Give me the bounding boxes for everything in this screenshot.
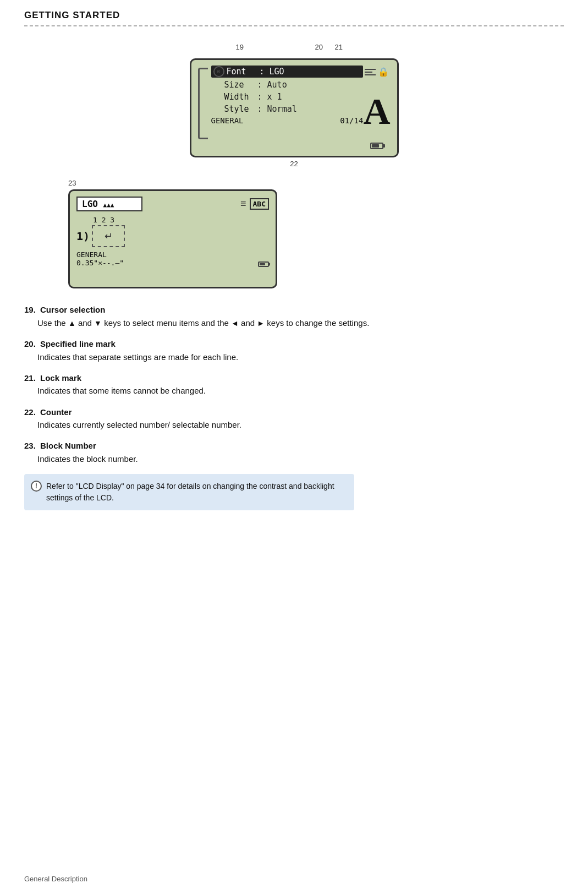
lcd-screen-2: LGO ▲▲▲ ≡ ABC 1 2 3 1) [68,189,277,288]
page-header: GETTING STARTED [0,0,588,26]
list-item-23: 23. Block Number Indicates the block num… [24,440,564,465]
note-text: Refer to "LCD Display" on page 34 for de… [46,482,334,502]
lcd2-abc-box: ABC [250,198,269,210]
lcd-general-row: GENERAL 01/14 [211,116,364,125]
right-arrow: ► [257,319,265,328]
page-footer: General Description [24,875,87,883]
lcd2-bottom: GENERAL 0.35"×--.–" [76,250,269,267]
lcd-right-area: 🔒 A [363,66,390,150]
numbered-list: 19. Cursor selection Use the ▲ and ▼ key… [24,304,564,465]
note-icon: ! [31,481,42,492]
lcd2-cursor: 1) [76,230,90,243]
lcd-left-bracket [198,68,208,139]
left-arrow: ◄ [231,319,239,328]
adjust-icon: ≡ [240,198,246,210]
lcd2-title: LGO ▲▲▲ [76,197,142,211]
lcd2-numbers-row: 1 2 3 [93,216,269,224]
list-item-19: 19. Cursor selection Use the ▲ and ▼ key… [24,304,564,329]
lcd2-icons: ≡ ABC [240,198,269,210]
down-arrow: ▼ [94,319,102,328]
main-content: 19 20 21 ⊙ Font : LGO Size : Aut [0,26,588,510]
battery-fill-1 [372,144,380,148]
lcd-menu-area: ⊙ Font : LGO Size : Auto Width : x 1 Sty… [211,66,364,150]
lcd2-bottom-text: GENERAL 0.35"×--.–" [76,250,124,267]
battery-icon-2 [258,261,269,267]
cursor-btn-icon: ⊙ [213,66,224,77]
big-a-display: A [363,92,390,130]
list-item-20: 20. Specified line mark Indicates that s… [24,338,564,363]
lcd-menu-row-3: Style : Normal [211,104,364,114]
list-item-22: 22. Counter Indicates currently selected… [24,406,564,432]
label-19: 19 [236,43,244,51]
up-arrow: ▲ [68,319,76,328]
lcd-screen-1: ⊙ Font : LGO Size : Auto Width : x 1 Sty… [190,58,399,157]
battery-fill-2 [260,263,265,265]
lcd-menu-row-0: ⊙ Font : LGO [211,66,364,78]
lcd2-dotted-box: ↵ [92,225,125,247]
label-23: 23 [68,179,277,187]
lock-icon: 🔒 [378,67,389,77]
lcd1-label-row: 19 20 21 [190,43,399,56]
lcd-menu-row-1: Size : Auto [211,80,364,90]
battery-icon-1 [370,143,383,149]
displays-area: 19 20 21 ⊙ Font : LGO Size : Aut [24,37,564,288]
label-20: 20 [315,43,323,51]
lcd-icons-top: 🔒 [365,67,389,77]
lines-icon [365,69,376,75]
label-22: 22 [190,160,399,168]
list-item-21: 21. Lock mark Indicates that some items … [24,372,564,397]
label-21: 21 [335,43,343,51]
lcd-display-1: 19 20 21 ⊙ Font : LGO Size : Aut [190,43,399,168]
lcd2-block-row: 1) ↵ [76,225,269,247]
lcd-menu-row-2: Width : x 1 [211,92,364,102]
page-title: GETTING STARTED [24,10,564,21]
enter-icon: ↵ [105,230,113,242]
note-box: ! Refer to "LCD Display" on page 34 for … [24,474,354,510]
lcd2-toprow: LGO ▲▲▲ ≡ ABC [76,197,269,211]
lcd-display-2: 23 LGO ▲▲▲ ≡ ABC 1 2 3 [68,179,277,288]
